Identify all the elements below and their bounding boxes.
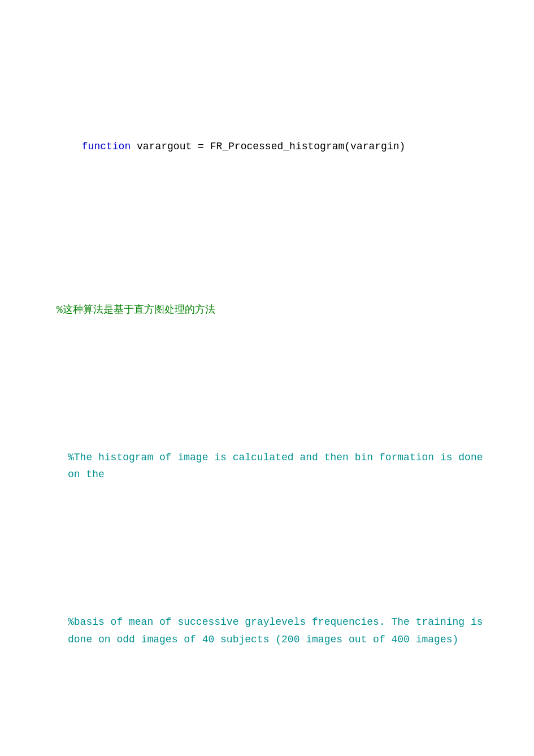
comment-line-4: %basis of mean of successive graylevels … — [45, 614, 500, 648]
function-declaration: function varargout = FR_Processed_histog… — [45, 86, 500, 207]
comment-line-chinese: %这种算法是基于直方图处理的方法 — [45, 301, 500, 319]
comment-histogram: %The histogram of image is calculated an… — [45, 414, 500, 518]
code-container: function varargout = FR_Processed_histog… — [45, 34, 500, 756]
line-1: function varargout = FR_Processed_histog… — [45, 120, 500, 172]
function-signature: varargout = FR_Processed_histogram(varar… — [131, 141, 405, 152]
comment-chinese: %这种算法是基于直方图处理的方法 — [45, 267, 500, 353]
comment-basis: %basis of mean of successive graylevels … — [45, 579, 500, 683]
keyword-function: function — [82, 141, 131, 152]
comment-line-3: %The histogram of image is calculated an… — [45, 449, 500, 483]
